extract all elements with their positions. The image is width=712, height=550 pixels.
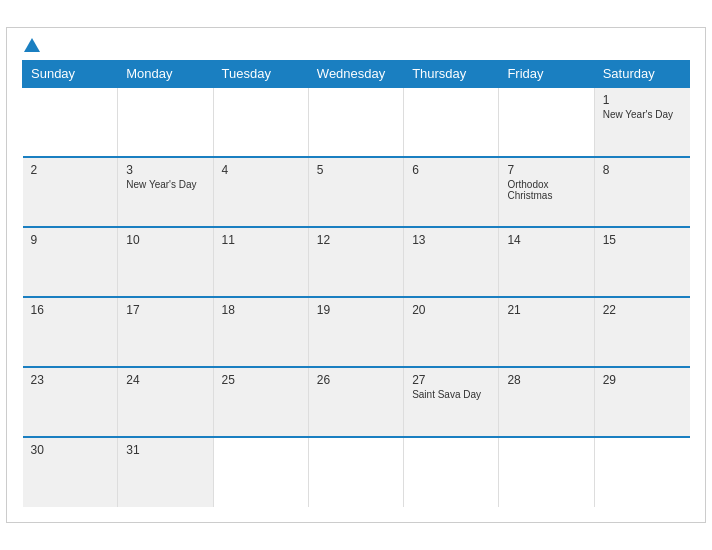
day-number: 27 xyxy=(412,373,490,387)
calendar-cell: 16 xyxy=(23,297,118,367)
calendar-cell: 30 xyxy=(23,437,118,507)
day-number: 18 xyxy=(222,303,300,317)
calendar-cell xyxy=(404,87,499,157)
calendar-week-row: 1New Year's Day xyxy=(23,87,690,157)
calendar-header xyxy=(22,38,690,52)
weekday-header-friday: Friday xyxy=(499,61,594,88)
day-number: 9 xyxy=(31,233,110,247)
day-number: 22 xyxy=(603,303,682,317)
weekday-header-thursday: Thursday xyxy=(404,61,499,88)
holiday-name: OrthodoxChristmas xyxy=(507,179,585,201)
day-number: 17 xyxy=(126,303,204,317)
calendar-cell: 18 xyxy=(213,297,308,367)
calendar-cell: 28 xyxy=(499,367,594,437)
calendar-cell: 15 xyxy=(594,227,689,297)
calendar-cell xyxy=(308,87,403,157)
calendar-cell: 21 xyxy=(499,297,594,367)
calendar-cell: 4 xyxy=(213,157,308,227)
day-number: 7 xyxy=(507,163,585,177)
calendar-cell xyxy=(404,437,499,507)
calendar-cell xyxy=(23,87,118,157)
day-number: 15 xyxy=(603,233,682,247)
calendar-cell: 2 xyxy=(23,157,118,227)
day-number: 29 xyxy=(603,373,682,387)
calendar-cell: 20 xyxy=(404,297,499,367)
day-number: 2 xyxy=(31,163,110,177)
day-number: 21 xyxy=(507,303,585,317)
calendar-cell: 11 xyxy=(213,227,308,297)
calendar-cell: 13 xyxy=(404,227,499,297)
calendar-cell xyxy=(308,437,403,507)
calendar-week-row: 3031 xyxy=(23,437,690,507)
calendar-cell: 10 xyxy=(118,227,213,297)
holiday-name: New Year's Day xyxy=(126,179,204,190)
day-number: 24 xyxy=(126,373,204,387)
day-number: 6 xyxy=(412,163,490,177)
calendar-cell xyxy=(213,87,308,157)
holiday-name: Saint Sava Day xyxy=(412,389,490,400)
calendar-cell: 8 xyxy=(594,157,689,227)
holiday-name: New Year's Day xyxy=(603,109,682,120)
calendar-cell xyxy=(594,437,689,507)
calendar-cell xyxy=(118,87,213,157)
day-number: 31 xyxy=(126,443,204,457)
weekday-header-tuesday: Tuesday xyxy=(213,61,308,88)
day-number: 11 xyxy=(222,233,300,247)
day-number: 10 xyxy=(126,233,204,247)
calendar-cell: 29 xyxy=(594,367,689,437)
calendar-week-row: 23New Year's Day4567OrthodoxChristmas8 xyxy=(23,157,690,227)
logo xyxy=(22,38,40,52)
weekday-header-row: SundayMondayTuesdayWednesdayThursdayFrid… xyxy=(23,61,690,88)
calendar-cell: 26 xyxy=(308,367,403,437)
calendar-cell: 24 xyxy=(118,367,213,437)
calendar-cell xyxy=(499,87,594,157)
day-number: 26 xyxy=(317,373,395,387)
calendar-cell xyxy=(499,437,594,507)
logo-triangle-icon xyxy=(24,38,40,52)
calendar-cell: 23 xyxy=(23,367,118,437)
day-number: 5 xyxy=(317,163,395,177)
weekday-header-saturday: Saturday xyxy=(594,61,689,88)
day-number: 12 xyxy=(317,233,395,247)
calendar-cell: 25 xyxy=(213,367,308,437)
day-number: 1 xyxy=(603,93,682,107)
calendar-cell: 5 xyxy=(308,157,403,227)
day-number: 30 xyxy=(31,443,110,457)
weekday-header-monday: Monday xyxy=(118,61,213,88)
calendar-cell: 14 xyxy=(499,227,594,297)
weekday-header-wednesday: Wednesday xyxy=(308,61,403,88)
day-number: 14 xyxy=(507,233,585,247)
day-number: 3 xyxy=(126,163,204,177)
day-number: 13 xyxy=(412,233,490,247)
calendar-cell: 22 xyxy=(594,297,689,367)
day-number: 19 xyxy=(317,303,395,317)
day-number: 8 xyxy=(603,163,682,177)
weekday-header-sunday: Sunday xyxy=(23,61,118,88)
calendar-cell: 3New Year's Day xyxy=(118,157,213,227)
calendar-table: SundayMondayTuesdayWednesdayThursdayFrid… xyxy=(22,60,690,507)
calendar-week-row: 16171819202122 xyxy=(23,297,690,367)
calendar-cell: 19 xyxy=(308,297,403,367)
calendar-cell: 27Saint Sava Day xyxy=(404,367,499,437)
calendar-cell xyxy=(213,437,308,507)
day-number: 25 xyxy=(222,373,300,387)
calendar-cell: 6 xyxy=(404,157,499,227)
day-number: 23 xyxy=(31,373,110,387)
day-number: 16 xyxy=(31,303,110,317)
calendar-cell: 1New Year's Day xyxy=(594,87,689,157)
calendar-cell: 12 xyxy=(308,227,403,297)
calendar-container: SundayMondayTuesdayWednesdayThursdayFrid… xyxy=(6,27,706,523)
day-number: 4 xyxy=(222,163,300,177)
calendar-cell: 31 xyxy=(118,437,213,507)
day-number: 20 xyxy=(412,303,490,317)
calendar-cell: 7OrthodoxChristmas xyxy=(499,157,594,227)
calendar-week-row: 9101112131415 xyxy=(23,227,690,297)
day-number: 28 xyxy=(507,373,585,387)
calendar-cell: 9 xyxy=(23,227,118,297)
calendar-week-row: 2324252627Saint Sava Day2829 xyxy=(23,367,690,437)
calendar-cell: 17 xyxy=(118,297,213,367)
